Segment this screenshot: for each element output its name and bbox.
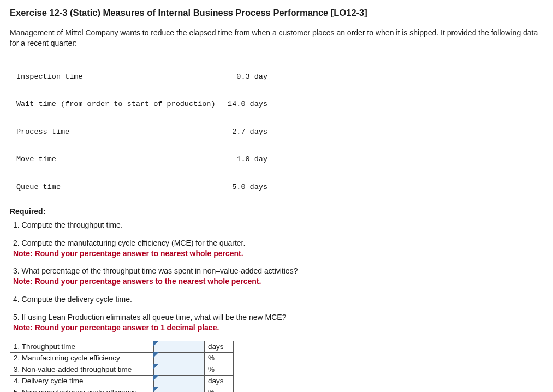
question-5: 5. If using Lean Production eliminates a… <box>13 312 543 333</box>
question-list: 1. Compute the throughput time. 2. Compu… <box>13 220 543 333</box>
answer-input-cell[interactable] <box>154 352 205 364</box>
data-row: Inspection time 0.3 day <box>16 73 543 82</box>
answer-label: 1. Throughput time <box>10 341 154 352</box>
question-note: Note: Round your percentage answer to 1 … <box>13 323 219 332</box>
exercise-title: Exercise 12-3 (Static) Measures of Inter… <box>10 8 543 18</box>
answer-input-cell[interactable] <box>154 375 205 387</box>
data-label: Wait time (from order to start of produc… <box>16 100 218 109</box>
data-value: 0.3 day <box>218 73 267 82</box>
input-flag-icon <box>153 352 159 358</box>
question-note: Note: Round your percentage answer to ne… <box>13 249 243 258</box>
data-value: 5.0 days <box>218 183 267 192</box>
question-3: 3. What percentage of the throughput tim… <box>13 266 543 287</box>
answer-label: 2. Manufacturing cycle efficiency <box>10 352 154 364</box>
nva-throughput-input[interactable] <box>157 365 201 375</box>
input-flag-icon <box>153 375 159 381</box>
table-row: 5. New manufacturing cycle efficiency % <box>10 387 234 392</box>
question-text: 3. What percentage of the throughput tim… <box>13 266 298 275</box>
answer-input-cell[interactable] <box>154 364 205 375</box>
answer-label: 5. New manufacturing cycle efficiency <box>10 387 154 392</box>
input-flag-icon <box>153 341 159 346</box>
question-1: 1. Compute the throughput time. <box>13 220 543 230</box>
data-label: Process time <box>16 128 218 137</box>
mce-input[interactable] <box>157 353 201 363</box>
data-row: Move time 1.0 day <box>16 155 543 164</box>
question-4: 4. Compute the delivery cycle time. <box>13 294 543 305</box>
table-row: 1. Throughput time days <box>10 341 234 352</box>
table-row: 2. Manufacturing cycle efficiency % <box>10 352 234 364</box>
answer-label: 4. Delivery cycle time <box>10 375 154 387</box>
data-value: 2.7 days <box>218 128 267 137</box>
given-data-block: Inspection time 0.3 day Wait time (from … <box>16 54 543 201</box>
data-row: Queue time 5.0 days <box>16 183 543 192</box>
table-row: 3. Non-value-added throughput time % <box>10 364 234 375</box>
answer-input-cell[interactable] <box>154 341 205 352</box>
question-text: 2. Compute the manufacturing cycle effic… <box>13 239 245 247</box>
new-mce-input[interactable] <box>157 388 201 392</box>
required-heading: Required: <box>10 207 543 216</box>
answer-unit: % <box>205 364 234 375</box>
question-text: 1. Compute the throughput time. <box>13 221 123 229</box>
question-2: 2. Compute the manufacturing cycle effic… <box>13 238 543 259</box>
data-label: Move time <box>16 155 218 164</box>
question-text: 4. Compute the delivery cycle time. <box>13 295 132 304</box>
data-label: Inspection time <box>16 73 218 82</box>
answer-unit: days <box>205 341 234 352</box>
data-row: Wait time (from order to start of produc… <box>16 100 543 109</box>
answer-unit: % <box>205 352 234 364</box>
delivery-cycle-input[interactable] <box>157 376 201 386</box>
table-row: 4. Delivery cycle time days <box>10 375 234 387</box>
data-label: Queue time <box>16 183 218 192</box>
input-flag-icon <box>153 387 159 392</box>
throughput-time-input[interactable] <box>157 342 201 352</box>
data-value: 14.0 days <box>218 100 267 109</box>
answer-unit: days <box>205 375 234 387</box>
answer-unit: % <box>205 387 234 392</box>
answer-label: 3. Non-value-added throughput time <box>10 364 154 375</box>
answer-input-cell[interactable] <box>154 387 205 392</box>
question-note: Note: Round your percentage answers to t… <box>13 277 261 286</box>
data-value: 1.0 day <box>218 155 267 164</box>
intro-paragraph: Management of Mittel Company wants to re… <box>10 28 543 49</box>
data-row: Process time 2.7 days <box>16 128 543 137</box>
input-flag-icon <box>153 364 159 369</box>
answer-table: 1. Throughput time days 2. Manufacturing… <box>10 341 234 392</box>
question-text: 5. If using Lean Production eliminates a… <box>13 313 286 322</box>
